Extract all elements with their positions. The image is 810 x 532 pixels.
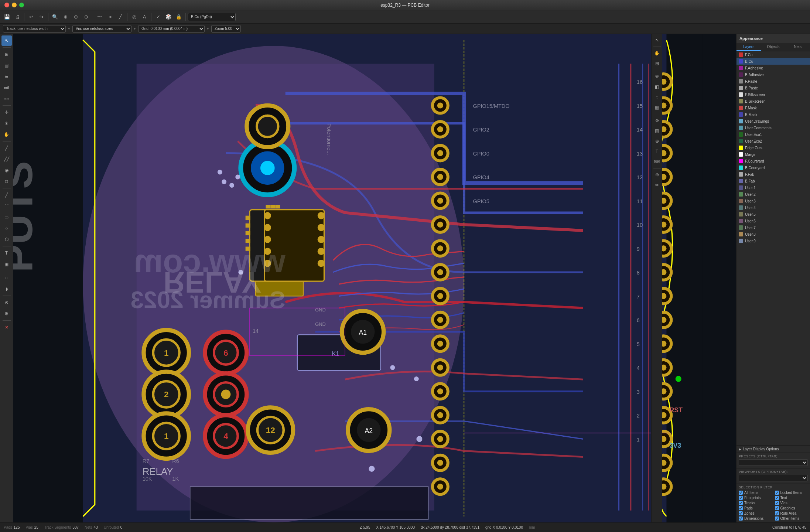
tab-objects[interactable]: Objects (761, 43, 785, 51)
minimize-button[interactable] (12, 3, 17, 7)
tool-close[interactable]: ✕ (1, 322, 12, 332)
sel-filter-checkbox[interactable] (739, 491, 743, 495)
pcb-canvas[interactable]: 1 6 2 1 4 (13, 34, 736, 522)
tool-local-ratsnest[interactable]: ⊗ (1, 297, 12, 308)
tool-highlight[interactable]: ☀ (1, 118, 12, 129)
layer-item-b-fab[interactable]: B.Fab (736, 178, 810, 184)
layer-item-user-drawings[interactable]: User.Drawings (736, 118, 810, 125)
tool-zoom-region[interactable]: ⊞ (652, 59, 662, 68)
tool-draw-rect[interactable]: ▭ (1, 212, 12, 222)
tool-route-diff-pair[interactable]: ╱╱ (1, 154, 12, 164)
tool-measure[interactable]: ↔ (1, 273, 12, 283)
toolbar-zoom-out[interactable]: ⊖ (71, 12, 81, 22)
toolbar-drc[interactable]: ✓ (153, 12, 163, 22)
tool-add-via[interactable]: ◉ (1, 165, 12, 175)
toolbar-3d[interactable]: 🎲 (164, 12, 173, 22)
tool-grid[interactable]: ⊞ (1, 49, 12, 59)
tool-draw-line[interactable]: ╱ (1, 190, 12, 200)
viewports-select[interactable] (739, 475, 808, 481)
tool-add-text[interactable]: T (1, 248, 12, 258)
layer-item-b-silkscreen[interactable]: B.Silkscreen (736, 98, 810, 105)
layer-item-f-courtyard[interactable]: F.Courtyard (736, 158, 810, 164)
sel-filter-checkbox[interactable] (739, 511, 743, 515)
sel-filter-checkbox[interactable] (739, 516, 743, 521)
layer-item-user-eco2[interactable]: User.Eco2 (736, 138, 810, 144)
layer-item-edge-cuts[interactable]: Edge.Cuts (736, 144, 810, 151)
layer-item-margin[interactable]: Margin (736, 151, 810, 158)
toolbar-print[interactable]: 🖨 (13, 12, 22, 22)
tool-draw-arc[interactable]: ⌒ (1, 201, 12, 211)
toolbar-zoom-fit[interactable]: ⊙ (81, 12, 91, 22)
tool-magnify[interactable]: ⊕ (652, 136, 662, 146)
layer-item-f-silkscreen[interactable]: F.Silkscreen (736, 91, 810, 98)
tool-pattern[interactable]: ▦ (652, 103, 662, 112)
layer-display-options-toggle[interactable]: ▶ Layer Display Options (739, 447, 808, 451)
tool-teardrops[interactable]: ◗ (1, 284, 12, 294)
tool-pen[interactable]: ✏ (652, 180, 662, 190)
layer-item-f-fab[interactable]: F.Fab (736, 171, 810, 178)
sel-filter-checkbox[interactable] (775, 496, 779, 500)
sel-filter-checkbox[interactable] (775, 501, 779, 505)
tool-select[interactable]: ↖ (1, 35, 12, 46)
sel-filter-checkbox[interactable] (775, 491, 779, 495)
layer-item-user-8[interactable]: User.8 (736, 231, 810, 238)
layer-item-user-9[interactable]: User.9 (736, 238, 810, 244)
tool-pan-view[interactable]: ✋ (652, 48, 662, 58)
tool-arrow[interactable]: ↖ (652, 35, 662, 45)
layer-item-f-adhesive[interactable]: F.Adhesive (736, 65, 810, 71)
tool-text-tool[interactable]: T (652, 147, 662, 156)
tool-layers[interactable]: ▤ (1, 60, 12, 71)
layer-item-b-courtyard[interactable]: B.Courtyard (736, 164, 810, 171)
layer-item-user-comments[interactable]: User.Comments (736, 125, 810, 131)
toolbar-redo[interactable]: ↪ (37, 12, 46, 22)
toolbar-undo[interactable]: ↩ (26, 12, 36, 22)
sel-filter-checkbox[interactable] (775, 506, 779, 510)
toolbar-add-via[interactable]: ◎ (129, 12, 139, 22)
toolbar-add-text[interactable]: A (140, 12, 149, 22)
layer-item-f-mask[interactable]: F.Mask (736, 105, 810, 111)
tool-add-item[interactable]: ⊕ (652, 170, 662, 180)
tool-cursor[interactable]: ✛ (1, 107, 12, 117)
layer-item-f-paste[interactable]: F.Paste (736, 78, 810, 85)
layer-item-b-mask[interactable]: B.Mask (736, 111, 810, 118)
tool-pan[interactable]: ✋ (1, 129, 12, 140)
layer-item-user-2[interactable]: User.2 (736, 191, 810, 198)
tool-eye-layers[interactable]: ◧ (652, 82, 662, 92)
layer-item-user-5[interactable]: User.5 (736, 211, 810, 218)
tool-mil[interactable]: mil (1, 82, 12, 93)
grid-select[interactable]: Grid: 0.0100 mm (0.0004 in) (138, 25, 205, 33)
layer-item-user-3[interactable]: User.3 (736, 198, 810, 204)
tool-add-pad[interactable]: □ (1, 176, 12, 187)
toolbar-route-diff[interactable]: ≈ (105, 12, 115, 22)
tool-add-textbox[interactable]: ▣ (1, 259, 12, 269)
close-button[interactable] (4, 3, 9, 7)
tab-layers[interactable]: Layers (736, 43, 761, 51)
toolbar-route[interactable]: 〰 (95, 12, 105, 22)
sel-filter-checkbox[interactable] (775, 511, 779, 515)
layer-item-user-1[interactable]: User.1 (736, 184, 810, 191)
tool-board-stats[interactable]: ▤ (652, 126, 662, 136)
toolbar-zoom-in[interactable]: ⊕ (61, 12, 70, 22)
layer-item-user-eco1[interactable]: User.Eco1 (736, 131, 810, 138)
tool-mm[interactable]: mm (1, 93, 12, 104)
tool-in[interactable]: in (1, 71, 12, 82)
tool-draw-polygon[interactable]: ⬡ (1, 234, 12, 245)
track-width-select[interactable]: Track: use netclass width (3, 25, 66, 33)
maximize-button[interactable] (19, 3, 24, 7)
tab-nets[interactable]: Nets (786, 43, 810, 51)
sel-filter-checkbox[interactable] (739, 501, 743, 505)
tool-scripting[interactable]: ⌨ (652, 157, 662, 167)
layer-item-b-adhesive[interactable]: B.Adhesive (736, 71, 810, 78)
tool-draw-circle[interactable]: ○ (1, 223, 12, 233)
layer-select[interactable]: B.Cu (PgDn) (188, 13, 236, 21)
tool-settings[interactable]: ⚙ (1, 308, 12, 319)
via-size-select[interactable]: Via: use netclass sizes (72, 25, 131, 33)
tool-route-track[interactable]: ╱ (1, 143, 12, 153)
sel-filter-checkbox[interactable] (739, 506, 743, 510)
layer-item-user-7[interactable]: User.7 (736, 224, 810, 231)
zoom-select[interactable]: Zoom 5.00 (211, 25, 241, 33)
toolbar-add-track[interactable]: ╱ (116, 12, 125, 22)
sel-filter-checkbox[interactable] (775, 516, 779, 521)
layer-item-b-cu[interactable]: B.Cu (736, 58, 810, 65)
layer-item-b-paste[interactable]: B.Paste (736, 85, 810, 91)
